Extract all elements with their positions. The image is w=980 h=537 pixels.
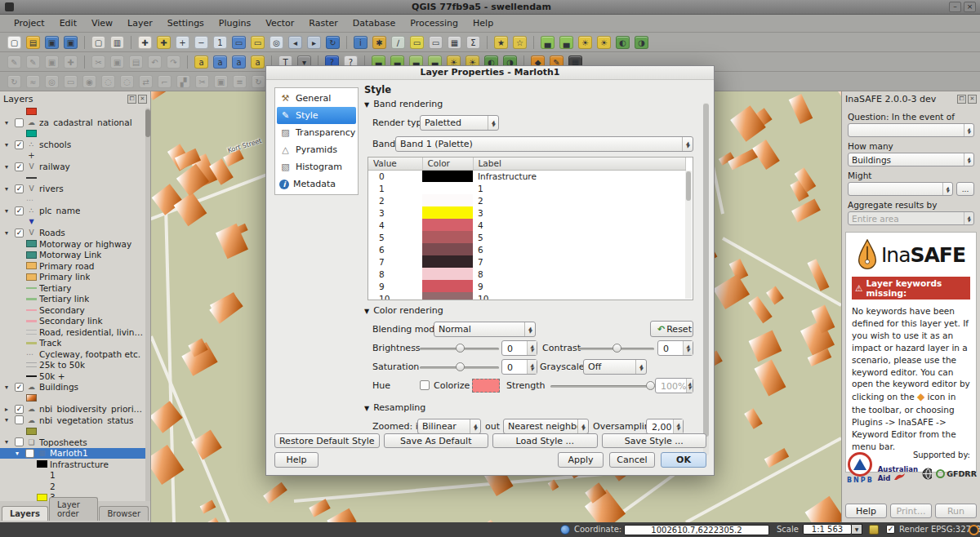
pan-map-icon[interactable]: ✚	[138, 36, 152, 49]
palette-row[interactable]: 55	[368, 231, 686, 243]
full-histogram-stretch-icon[interactable]: ▄	[559, 36, 573, 49]
measure-icon[interactable]: ∕	[391, 36, 405, 49]
layer-item-roads[interactable]: ▾✓VRoads	[0, 228, 145, 239]
legend-item[interactable]: Primary link	[0, 272, 145, 283]
reset-button[interactable]: ↶Reset	[650, 321, 693, 337]
expander-icon[interactable]: ▾	[5, 416, 12, 424]
palette-row[interactable]: 77	[368, 255, 686, 268]
legend-item[interactable]: Secondary link	[0, 316, 145, 327]
inasafe-print-button[interactable]: Print...	[890, 504, 932, 518]
new-composer-icon[interactable]: ▢	[91, 36, 105, 49]
contrast-spinbox[interactable]: 0▲▼	[657, 340, 693, 356]
exposure-select[interactable]: Buildings▲▼	[848, 153, 974, 166]
dialog-tab-transparency[interactable]: ▨Transparency	[277, 124, 356, 141]
menu-help[interactable]: Help	[466, 16, 501, 31]
layer-checkbox[interactable]	[15, 118, 24, 127]
function-select[interactable]: ▲▼	[848, 182, 953, 196]
task-indicator-icon[interactable]	[560, 525, 570, 535]
aggregation-select[interactable]: Entire area▲▼	[848, 211, 974, 225]
strength-slider[interactable]	[550, 380, 650, 391]
palette-label[interactable]: 1	[473, 182, 686, 194]
zoom-full-icon[interactable]: ▭	[232, 36, 246, 49]
palette-label[interactable]: 8	[473, 268, 686, 280]
palette-color-swatch[interactable]	[422, 206, 473, 219]
simplify-feature-icon[interactable]: ≈	[26, 75, 40, 88]
save-project-as-icon[interactable]: ▣	[64, 36, 78, 49]
cut-features-icon[interactable]: ✂	[91, 55, 105, 69]
pan-to-selection-icon[interactable]: ✚	[157, 36, 171, 49]
palette-table-scrollbar[interactable]	[685, 171, 692, 299]
palette-row[interactable]: 11	[368, 182, 686, 194]
expander-icon[interactable]: ▾	[5, 207, 12, 215]
layer-item-nbi-biodiversity-priority-are[interactable]: ▸✓☁nbi_biodiversity_priority_are...	[0, 404, 145, 415]
menu-raster[interactable]: Raster	[301, 16, 345, 31]
render-checkbox[interactable]: ✓	[886, 525, 895, 534]
layer-item-schools[interactable]: ▾✓∴schools	[0, 140, 145, 151]
menu-view[interactable]: View	[84, 16, 120, 31]
menu-project[interactable]: Project	[7, 16, 52, 31]
render-type-select[interactable]: Paletted▲▼	[420, 115, 499, 131]
legend-item[interactable]: Infrastructure	[0, 459, 145, 470]
delete-part-icon[interactable]: ◌	[120, 75, 134, 88]
palette-value[interactable]: 4	[368, 219, 422, 231]
node-tool-icon[interactable]: ✚	[64, 55, 78, 69]
legend-item[interactable]	[0, 393, 145, 404]
palette-value[interactable]: 1	[368, 182, 422, 194]
dialog-tab-pyramids[interactable]: △Pyramids	[277, 141, 356, 158]
merge-features-icon[interactable]: ▣	[214, 75, 228, 88]
layer-checkbox[interactable]: ✓	[15, 405, 24, 414]
offset-curve-icon[interactable]: ⇄	[139, 75, 153, 88]
layers-scrollbar[interactable]	[145, 108, 150, 516]
rotate-point-symbols-icon[interactable]: ↻	[252, 75, 265, 88]
zoom-native-icon[interactable]: 1	[213, 36, 227, 49]
dialog-tab-general[interactable]: ⚒General	[277, 90, 356, 107]
band-select[interactable]: Band 1 (Palette)▲▼	[395, 136, 693, 152]
strength-spinbox[interactable]: 100%▲▼	[655, 378, 693, 393]
map-refresh-icon[interactable]	[869, 525, 879, 535]
paste-features-icon[interactable]: ▤	[129, 55, 143, 69]
legend-item[interactable]: ⋯Cycleway, footpath etc.	[0, 348, 145, 360]
palette-label[interactable]: 3	[473, 206, 686, 219]
layer-checkbox[interactable]	[25, 449, 34, 458]
palette-row[interactable]: 99	[368, 280, 686, 292]
palette-row[interactable]: 33	[368, 206, 686, 219]
oversampling-spinbox[interactable]: 2,00▲▼	[646, 419, 684, 434]
close-panel-icon[interactable]: ✕	[138, 95, 147, 104]
label-properties-icon[interactable]: a	[251, 55, 265, 69]
palette-row[interactable]: 88	[368, 268, 686, 280]
legend-item[interactable]	[0, 426, 145, 437]
legend-item[interactable]: 25k to 50k	[0, 360, 145, 371]
layer-checkbox[interactable]: ✓	[15, 206, 24, 215]
zoomed-in-select[interactable]: Bilinear▲▼	[417, 419, 481, 434]
legend-item[interactable]	[0, 106, 145, 118]
expander-icon[interactable]: ▸	[5, 406, 12, 413]
help-button[interactable]: Help	[274, 452, 318, 468]
palette-label[interactable]: 4	[473, 219, 686, 231]
panel-tab-layer-order[interactable]: Layer order	[49, 497, 98, 521]
current-edits-icon[interactable]: ✎	[7, 55, 21, 69]
refresh-icon[interactable]: ↻	[326, 36, 340, 49]
resampling-section[interactable]: ▼Resampling	[364, 402, 696, 413]
full-contrast-icon[interactable]: ◑	[635, 36, 648, 49]
palette-color-swatch[interactable]	[422, 182, 473, 194]
legend-item[interactable]: ▼	[0, 216, 145, 228]
layer-item-marloth1[interactable]: ▾▦Marloth1	[0, 448, 145, 459]
sum-statistics-icon[interactable]: Σ	[466, 36, 480, 49]
layer-checkbox[interactable]: ✓	[15, 184, 24, 193]
crs-status-icon[interactable]	[969, 525, 979, 535]
palette-row[interactable]: 66	[368, 243, 686, 255]
deselect-features-icon[interactable]: ▭	[429, 36, 443, 49]
palette-value[interactable]: 0	[368, 170, 422, 182]
contrast-slider[interactable]	[578, 343, 654, 353]
dialog-tab-histogram[interactable]: ▧Histogram	[277, 158, 356, 175]
inasafe-run-button[interactable]: Run	[935, 504, 977, 518]
coordinate-field[interactable]: 1002610.7,6222305.2	[624, 525, 769, 535]
apply-button[interactable]: Apply	[558, 452, 604, 468]
palette-label[interactable]: 10	[473, 292, 686, 300]
cancel-button[interactable]: Cancel	[609, 452, 655, 468]
palette-color-swatch[interactable]	[422, 194, 473, 206]
float-panel-icon[interactable]: ⧠	[127, 95, 136, 104]
merge-attributes-icon[interactable]: ≡	[233, 75, 247, 88]
saturation-spinbox[interactable]: 0▲▼	[501, 359, 537, 375]
move-label-icon[interactable]: a	[213, 55, 227, 69]
